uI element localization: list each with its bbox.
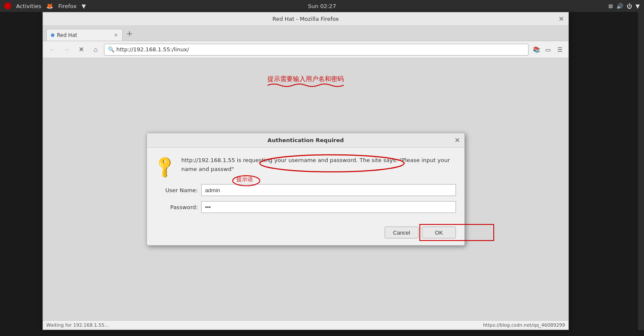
- password-input[interactable]: [201, 201, 456, 213]
- back-button[interactable]: ←: [46, 44, 58, 56]
- forward-button[interactable]: →: [61, 44, 73, 56]
- home-button[interactable]: ⌂: [90, 44, 101, 56]
- stop-button[interactable]: ✕: [75, 44, 87, 56]
- os-scrollbar[interactable]: [638, 12, 644, 330]
- browser-window-title: Red Hat - Mozilla Firefox: [273, 16, 339, 22]
- url-text: http://192.168.1.55:/linux/: [116, 46, 189, 53]
- browser-content: 提示需要输入用户名和密码 Authentication Required ✕ 🔑…: [43, 58, 568, 320]
- search-icon: 🔍: [108, 46, 115, 53]
- tab-label: Red Hat: [57, 32, 77, 38]
- ok-btn-wrapper: OK: [422, 227, 456, 238]
- auth-form: User Name: Password:: [155, 184, 456, 213]
- password-row: Password:: [155, 201, 456, 213]
- key-icon: 🔑: [152, 154, 178, 180]
- auth-dialog-title: Authentication Required: [267, 137, 344, 143]
- username-row: User Name:: [155, 184, 456, 196]
- activities-label[interactable]: Activities: [16, 3, 41, 9]
- sidebar-icon[interactable]: ▭: [543, 45, 553, 55]
- toolbar-right-icons: 📚 ▭ ☰: [531, 45, 565, 55]
- auth-dialog-close-button[interactable]: ✕: [455, 136, 460, 144]
- browser-titlebar: Red Hat - Mozilla Firefox ✕: [43, 12, 568, 26]
- volume-icon: 🔊: [616, 3, 623, 9]
- os-topbar: Activities 🦊 Firefox ▼ Sun 02:27 ⊠ 🔊 ⏻ ▼: [0, 0, 644, 12]
- redhat-logo-icon: [4, 3, 11, 9]
- username-label: User Name:: [155, 187, 198, 193]
- firefox-icon: 🦊: [46, 3, 53, 9]
- annotation-top-text: 提示需要输入用户名和密码: [267, 75, 344, 83]
- os-clock: Sun 02:27: [308, 3, 336, 9]
- auth-dialog-footer: Cancel OK: [147, 221, 464, 245]
- tab-loading-indicator: [51, 34, 54, 37]
- browser-window: Red Hat - Mozilla Firefox ✕ Red Hat ✕ + …: [42, 12, 569, 330]
- tab-close-button[interactable]: ✕: [114, 32, 118, 38]
- os-topbar-left: Activities 🦊 Firefox ▼: [4, 3, 86, 9]
- cancel-button[interactable]: Cancel: [385, 227, 419, 238]
- settings-dropdown-icon[interactable]: ▼: [636, 3, 640, 9]
- password-label: Password:: [155, 204, 198, 210]
- annotation-hint-label: 提示语: [236, 176, 253, 183]
- browser-toolbar: ← → ✕ ⌂ 🔍 http://192.168.1.55:/linux/ 📚 …: [43, 41, 568, 58]
- browser-tab-redhat[interactable]: Red Hat ✕: [46, 29, 123, 41]
- auth-dialog-body: 🔑 http://192.168.1.55 is requesting your…: [147, 148, 464, 221]
- firefox-label[interactable]: Firefox: [58, 3, 76, 9]
- status-left: Waiting for 192.168.1.55...: [46, 322, 109, 328]
- status-right: https://blog.csdn.net/qq_46089299: [483, 322, 565, 328]
- auth-dialog-titlebar: Authentication Required ✕: [147, 133, 464, 148]
- firefox-dropdown-icon[interactable]: ▼: [82, 3, 86, 9]
- network-icon: ⊠: [608, 3, 613, 9]
- annotation-top-area: 提示需要输入用户名和密码: [267, 75, 344, 83]
- auth-dialog: Authentication Required ✕ 🔑 http://192.1…: [146, 133, 465, 246]
- menu-icon[interactable]: ☰: [555, 45, 565, 55]
- os-topbar-right: ⊠ 🔊 ⏻ ▼: [608, 3, 640, 9]
- auth-dialog-info: 🔑 http://192.168.1.55 is requesting your…: [155, 156, 456, 176]
- auth-dialog-message: http://192.168.1.55 is requesting your u…: [181, 157, 450, 172]
- browser-window-close-button[interactable]: ✕: [559, 15, 564, 23]
- username-input[interactable]: [201, 184, 456, 196]
- power-icon[interactable]: ⏻: [627, 3, 632, 9]
- auth-message-area: http://192.168.1.55 is requesting your u…: [181, 156, 456, 174]
- browser-tabbar: Red Hat ✕ +: [43, 26, 568, 41]
- browser-statusbar: Waiting for 192.168.1.55... https://blog…: [43, 320, 568, 330]
- new-tab-button[interactable]: +: [124, 28, 135, 39]
- library-icon[interactable]: 📚: [531, 45, 541, 55]
- ok-button[interactable]: OK: [422, 227, 456, 238]
- url-bar[interactable]: 🔍 http://192.168.1.55:/linux/: [104, 44, 529, 56]
